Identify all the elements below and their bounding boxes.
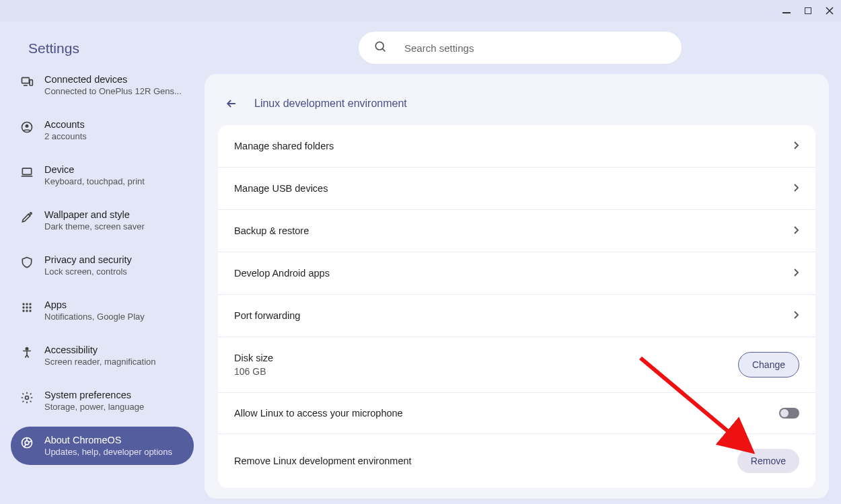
disk-size-value: 106 GB [234, 366, 273, 377]
row-label: Develop Android apps [234, 268, 330, 279]
search-box[interactable] [359, 32, 682, 64]
row-manage-shared-folders[interactable]: Manage shared folders [218, 125, 815, 168]
sidebar-item-system-preferences[interactable]: System preferences Storage, power, langu… [11, 382, 194, 420]
svg-point-9 [22, 306, 24, 308]
chevron-right-icon [794, 310, 799, 322]
settings-list: Manage shared folders Manage USB devices… [218, 125, 815, 488]
sidebar-item-accessibility[interactable]: Accessibility Screen reader, magnificati… [11, 336, 194, 375]
row-label: Disk size [234, 353, 273, 363]
sidebar-item-label: About ChromeOS [44, 435, 172, 445]
search-input[interactable] [404, 42, 672, 54]
sidebar-item-label: Connected devices [44, 74, 182, 85]
svg-point-13 [26, 310, 28, 312]
svg-point-14 [29, 310, 31, 312]
sidebar-item-accounts[interactable]: Accounts 2 accounts [11, 111, 194, 149]
sidebar-item-privacy[interactable]: Privacy and security Lock screen, contro… [11, 246, 194, 285]
svg-point-16 [26, 396, 29, 400]
svg-point-3 [26, 124, 29, 128]
window-close-button[interactable] [825, 6, 834, 15]
chevron-right-icon [794, 225, 799, 237]
window-maximize-button[interactable] [803, 6, 813, 15]
row-label: Backup & restore [234, 225, 309, 236]
window-minimize-button[interactable] [782, 6, 791, 15]
row-label: Remove Linux development environment [234, 456, 412, 466]
row-linux-microphone: Allow Linux to access your microphone [218, 393, 815, 434]
sidebar-item-sub: Connected to OnePlus 12R Gens... [44, 86, 182, 96]
row-label: Port forwarding [234, 310, 300, 321]
sidebar-item-sub: Screen reader, magnification [44, 357, 155, 367]
sidebar-item-sub: 2 accounts [44, 131, 87, 141]
search-icon [373, 40, 387, 56]
topbar [205, 22, 836, 74]
svg-point-15 [26, 348, 28, 350]
devices-icon [20, 75, 34, 89]
sidebar-item-sub: Storage, power, language [44, 402, 144, 412]
sidebar-item-wallpaper[interactable]: Wallpaper and style Dark theme, screen s… [11, 201, 194, 240]
svg-point-7 [26, 303, 28, 305]
gear-icon [20, 391, 34, 404]
sidebar-item-sub: Dark theme, screen saver [44, 221, 145, 231]
sidebar-item-label: Wallpaper and style [44, 209, 145, 220]
sidebar-item-apps[interactable]: Apps Notifications, Google Play [11, 291, 194, 330]
row-manage-usb-devices[interactable]: Manage USB devices [218, 168, 815, 210]
sidebar-item-label: System preferences [44, 390, 144, 400]
sidebar-item-device[interactable]: Device Keyboard, touchpad, print [11, 156, 194, 194]
chevron-right-icon [794, 182, 799, 194]
svg-point-12 [22, 310, 24, 312]
row-remove-linux: Remove Linux development environment Rem… [218, 434, 815, 488]
svg-rect-4 [22, 168, 31, 174]
svg-rect-0 [22, 77, 30, 83]
laptop-icon [20, 166, 34, 179]
svg-point-6 [22, 303, 24, 305]
sidebar-item-sub: Keyboard, touchpad, print [44, 176, 145, 186]
change-disk-size-button[interactable]: Change [738, 352, 799, 377]
linux-mic-toggle[interactable] [779, 408, 799, 419]
sidebar-item-sub: Lock screen, controls [44, 266, 132, 277]
row-label: Allow Linux to access your microphone [234, 408, 403, 419]
accessibility-icon [20, 346, 34, 359]
remove-linux-button[interactable]: Remove [737, 449, 799, 473]
row-label: Manage USB devices [234, 183, 328, 194]
app-title: Settings [11, 27, 194, 66]
row-backup-restore[interactable]: Backup & restore [218, 210, 815, 252]
shield-icon [20, 256, 34, 269]
apps-grid-icon [20, 301, 34, 314]
sidebar-item-label: Apps [44, 299, 145, 310]
row-disk-size: Disk size 106 GB Change [218, 337, 815, 393]
back-button[interactable] [221, 93, 242, 114]
sidebar-item-connected-devices[interactable]: Connected devices Connected to OnePlus 1… [11, 66, 194, 104]
chevron-right-icon [794, 267, 799, 279]
sidebar-item-label: Device [44, 164, 145, 175]
svg-point-10 [26, 306, 28, 308]
sidebar-item-label: Privacy and security [44, 254, 132, 265]
svg-point-19 [375, 42, 383, 50]
svg-rect-1 [30, 80, 32, 85]
page-title: Linux development environment [254, 98, 407, 110]
sidebar-item-about-chromeos[interactable]: About ChromeOS Updates, help, developer … [11, 427, 194, 465]
chrome-icon [20, 436, 34, 449]
svg-point-11 [29, 306, 31, 308]
sidebar-item-sub: Notifications, Google Play [44, 312, 145, 322]
sidebar-item-label: Accounts [44, 119, 87, 130]
sidebar-item-label: Accessibility [44, 345, 155, 355]
row-port-forwarding[interactable]: Port forwarding [218, 295, 815, 337]
svg-point-18 [25, 441, 29, 445]
svg-point-8 [29, 303, 31, 305]
row-label: Manage shared folders [234, 141, 334, 151]
window-titlebar [0, 0, 841, 22]
brush-icon [20, 211, 34, 224]
row-develop-android-apps[interactable]: Develop Android apps [218, 252, 815, 295]
settings-subpage-panel: Linux development environment Manage sha… [205, 74, 829, 499]
sidebar-item-sub: Updates, help, developer options [44, 447, 172, 457]
sidebar: Settings Connected devices Connected to … [0, 22, 205, 499]
account-icon [20, 120, 34, 134]
svg-point-5 [30, 213, 32, 215]
chevron-right-icon [794, 140, 799, 152]
